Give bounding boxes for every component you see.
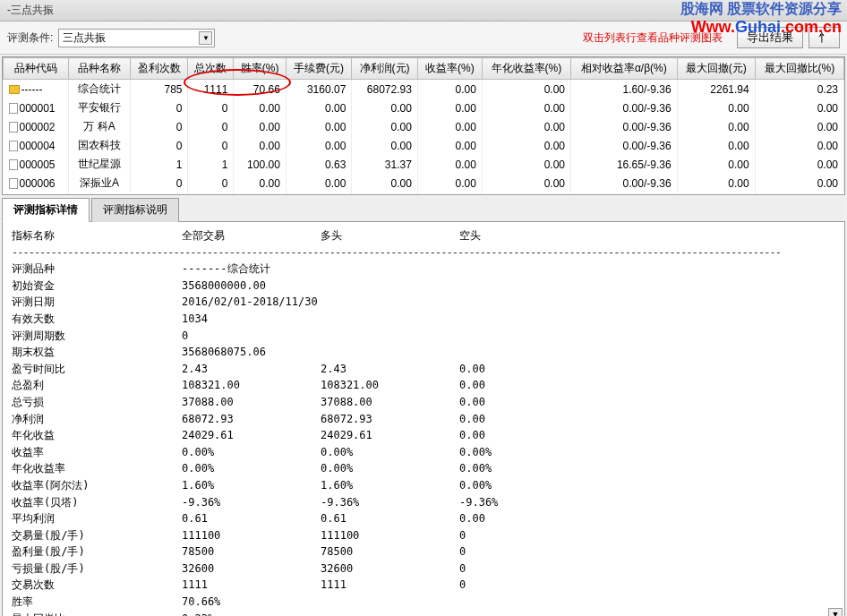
detail-row: 评测日期2016/02/01-2018/11/30	[12, 294, 835, 311]
detail-value-long	[321, 594, 459, 611]
detail-value-long: 1111	[321, 577, 459, 594]
detail-value-long	[321, 328, 459, 345]
detail-value-short	[459, 611, 598, 616]
column-header[interactable]: 盈利次数	[131, 58, 188, 80]
detail-row: 总盈利108321.00108321.000.00	[12, 377, 835, 394]
detail-label: 盈利量(股/手)	[12, 543, 182, 560]
detail-value-long: 37088.00	[321, 394, 459, 411]
detail-value-all: -------综合统计	[182, 261, 321, 278]
detail-value-short	[459, 311, 598, 328]
table-body: ------综合统计785111170.663160.0768072.930.0…	[4, 80, 844, 196]
detail-value-all: 3568068075.06	[182, 344, 321, 361]
results-table: 品种代码品种名称盈利次数总次数胜率(%)手续费(元)净利润(元)收益率(%)年化…	[3, 57, 844, 195]
detail-row: 有效天数1034	[12, 311, 835, 328]
column-header[interactable]: 品种代码	[4, 58, 69, 80]
detail-value-long	[321, 261, 459, 278]
detail-value-all: 68072.93	[182, 411, 321, 428]
detail-value-long	[321, 611, 459, 616]
detail-value-short	[459, 294, 598, 311]
column-header[interactable]: 最大回撤(元)	[677, 58, 755, 80]
detail-label: 评测品种	[12, 261, 182, 278]
column-header[interactable]: 净利润(元)	[352, 58, 418, 80]
detail-value-long	[321, 278, 459, 295]
detail-label: 初始资金	[12, 278, 182, 295]
detail-value-long: 0.00%	[321, 444, 459, 461]
scroll-down-icon[interactable]: ▼	[828, 608, 843, 616]
detail-label: 年化收益	[12, 427, 182, 444]
tab-detail[interactable]: 评测指标详情	[2, 198, 90, 222]
detail-value-short	[459, 328, 598, 345]
detail-label: 收益率(贝塔)	[12, 494, 182, 511]
table-row[interactable]: 000006深振业A000.000.000.000.000.000.00/-9.…	[4, 174, 844, 192]
detail-value-long: 24029.61	[321, 427, 459, 444]
table-row[interactable]: 000002万 科A000.000.000.000.000.000.00/-9.…	[4, 117, 844, 136]
detail-value-short: -9.36%	[459, 494, 598, 511]
window-title: -三点共振	[7, 4, 54, 16]
detail-label: 评测周期数	[12, 328, 182, 345]
detail-value-short: 0.00	[459, 411, 598, 428]
condition-combo[interactable]: 三点共振 ▼	[58, 29, 215, 47]
detail-row: 收益率(阿尔法)1.60%1.60%0.00%	[12, 477, 835, 494]
table-row[interactable]: ------综合统计785111170.663160.0768072.930.0…	[4, 80, 844, 99]
detail-row: 交易量(股/手)1111001111000	[12, 527, 835, 544]
detail-row: 评测品种-------综合统计	[12, 261, 835, 278]
detail-label: 亏损量(股/手)	[12, 560, 182, 578]
detail-label: 胜率	[12, 594, 182, 611]
detail-value-all: 2.43	[182, 361, 321, 378]
chevron-down-icon[interactable]: ▼	[199, 31, 212, 45]
detail-value-all: 78500	[182, 543, 321, 560]
detail-value-long: 1.60%	[321, 477, 459, 494]
tab-description[interactable]: 评测指标说明	[91, 198, 179, 222]
detail-value-all: 0.00%	[182, 444, 321, 461]
column-header[interactable]: 相对收益率α/β(%)	[571, 58, 678, 80]
detail-value-long: 32600	[321, 560, 459, 578]
detail-value-all: 0.23%	[182, 611, 321, 616]
detail-header: 指标名称 全部交易 多头 空头	[12, 227, 835, 244]
detail-value-long: 2.43	[321, 361, 459, 378]
detail-row: 最大回撤比0.23%	[12, 611, 835, 616]
column-header[interactable]: 年化收益率(%)	[482, 58, 570, 80]
detail-value-long: 108321.00	[321, 377, 459, 394]
detail-row: 盈亏时间比2.432.430.00	[12, 361, 835, 378]
file-icon	[9, 141, 18, 151]
file-icon	[9, 178, 18, 189]
detail-value-all: 0.61	[182, 510, 321, 527]
detail-label: 有效天数	[12, 311, 182, 328]
detail-row: 年化收益24029.6124029.610.00	[12, 427, 835, 444]
detail-value-short	[459, 261, 598, 278]
detail-value-all: 37088.00	[182, 394, 321, 411]
table-row[interactable]: 000004国农科技000.000.000.000.000.000.00/-9.…	[4, 136, 844, 155]
detail-value-short: 0.00%	[459, 460, 598, 477]
detail-value-all: 1.60%	[182, 477, 321, 494]
table-row[interactable]: 000005世纪星源11100.000.6331.370.000.0016.65…	[4, 155, 844, 174]
column-header[interactable]: 手续费(元)	[286, 58, 352, 80]
detail-value-all: 3568000000.00	[182, 278, 321, 295]
file-icon	[9, 159, 18, 170]
detail-row: 年化收益率0.00%0.00%0.00%	[12, 460, 835, 477]
file-icon	[9, 103, 18, 114]
detail-value-all: 1111	[182, 577, 321, 594]
detail-value-short: 0.00	[459, 427, 598, 444]
table-row[interactable]: 000007全新好000.000.000.000.000.000.00/-9.3…	[4, 192, 844, 195]
detail-value-short: 0.00%	[459, 444, 598, 461]
column-header[interactable]: 收益率(%)	[417, 58, 482, 80]
detail-row: 收益率0.00%0.00%0.00%	[12, 444, 835, 461]
column-header[interactable]: 胜率(%)	[234, 58, 286, 80]
column-header[interactable]: 品种名称	[69, 58, 131, 80]
table-row[interactable]: 000001平安银行000.000.000.000.000.000.00/-9.…	[4, 98, 844, 117]
column-header[interactable]: 最大回撤比(%)	[755, 58, 843, 80]
detail-label: 年化收益率	[12, 460, 182, 477]
detail-value-short: 0.00	[459, 510, 598, 527]
detail-value-short	[459, 594, 598, 611]
detail-row: 净利润68072.9368072.930.00	[12, 411, 835, 428]
detail-label: 期末权益	[12, 344, 182, 361]
watermark-text: 股海网 股票软件资源分享	[680, 0, 842, 19]
column-header[interactable]: 总次数	[188, 58, 234, 80]
file-icon	[9, 122, 18, 133]
detail-value-long: 0.61	[321, 510, 459, 527]
detail-value-all: -9.36%	[182, 494, 321, 511]
detail-value-all: 0.00%	[182, 460, 321, 477]
detail-value-all: 0	[182, 328, 321, 345]
detail-col-short: 空头	[459, 227, 598, 244]
detail-value-all: 108321.00	[182, 377, 321, 394]
